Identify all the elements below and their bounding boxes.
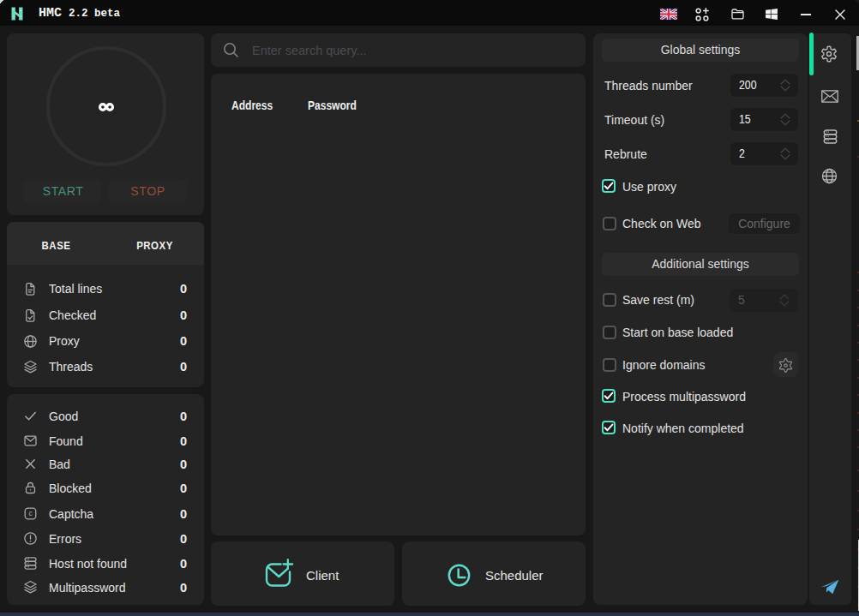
- svg-text:c: c: [28, 509, 33, 517]
